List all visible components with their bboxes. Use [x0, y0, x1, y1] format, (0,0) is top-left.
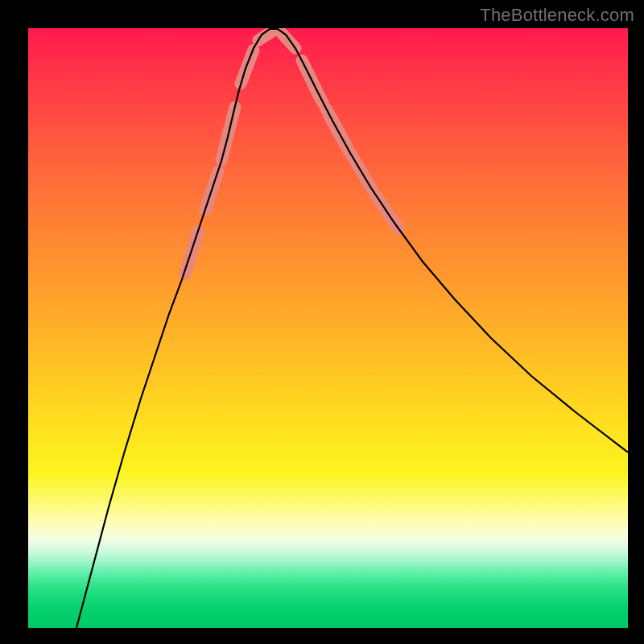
chart-svg — [28, 28, 628, 628]
plot-area — [28, 28, 628, 628]
gpu-marker-group — [185, 30, 398, 274]
chart-frame: TheBottleneck.com — [0, 0, 644, 644]
bottleneck-curve — [76, 29, 628, 628]
watermark-text: TheBottleneck.com — [480, 5, 634, 26]
